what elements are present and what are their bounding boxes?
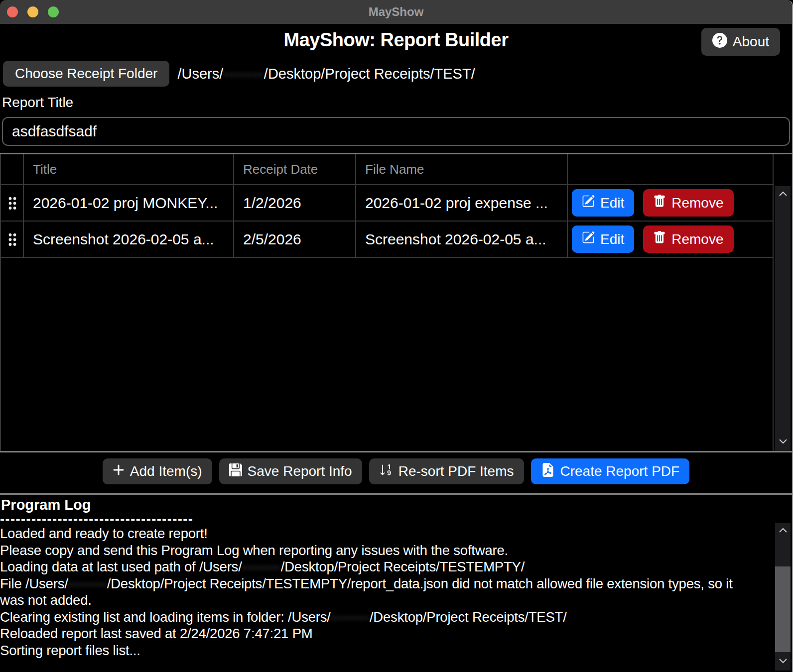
- create-report-pdf-label: Create Report PDF: [560, 463, 680, 479]
- save-report-info-label: Save Report Info: [248, 463, 352, 479]
- save-report-info-button[interactable]: Save Report Info: [219, 458, 362, 484]
- redacted-username: ·······: [331, 609, 370, 625]
- pdf-file-icon: [541, 463, 555, 480]
- remove-button[interactable]: Remove: [643, 189, 733, 217]
- program-log-panel: Program Log ----------------------------…: [0, 497, 792, 671]
- table-row: Screenshot 2026-02-05 a... 2/5/2026 Scre…: [1, 222, 773, 258]
- resort-pdf-items-label: Re-sort PDF Items: [398, 463, 514, 479]
- row-actions: Edit Remove: [568, 185, 773, 222]
- add-items-button[interactable]: Add Item(s): [103, 458, 212, 484]
- edit-label: Edit: [600, 231, 624, 247]
- app-window: MayShow MayShow: Report Builder About Ch…: [0, 0, 793, 672]
- redacted-username: ·······: [68, 576, 107, 591]
- traffic-lights: [7, 0, 59, 24]
- header-title: Title: [24, 154, 234, 185]
- grip-dots-icon: [8, 232, 16, 246]
- chevron-down-icon[interactable]: [778, 658, 788, 667]
- edit-button[interactable]: Edit: [572, 189, 634, 217]
- grip-dots-icon: [8, 196, 16, 210]
- plus-icon: [113, 463, 125, 479]
- table-scrollbar[interactable]: [775, 186, 791, 451]
- log-line: Loaded and ready to create report!: [0, 525, 756, 542]
- redacted-username: ·······: [223, 66, 264, 82]
- chevron-up-icon[interactable]: [778, 190, 788, 199]
- log-divider-dashes: -------------------------------------: [0, 513, 756, 525]
- remove-label: Remove: [671, 231, 723, 247]
- edit-label: Edit: [600, 195, 624, 211]
- table-row: 2026-01-02 proj MONKEY... 1/2/2026 2026-…: [1, 185, 773, 222]
- header-grip-column: [1, 154, 24, 185]
- question-circle-icon: [712, 33, 727, 51]
- log-line: File /Users/·······/Desktop/Project Rece…: [0, 575, 756, 609]
- log-line: Clearing existing list and loading items…: [0, 609, 756, 626]
- row-file-name: Screenshot 2026-02-05 a...: [356, 222, 568, 258]
- log-line: Please copy and send this Program Log wh…: [0, 542, 756, 559]
- pencil-square-icon: [582, 231, 595, 247]
- toolbar: Add Item(s) Save Report Info Re-sort PDF…: [0, 458, 792, 484]
- header: MayShow: Report Builder About: [0, 24, 792, 57]
- remove-button[interactable]: Remove: [643, 225, 733, 253]
- fullscreen-button[interactable]: [48, 6, 59, 17]
- row-title: 2026-01-02 proj MONKEY...: [24, 185, 234, 222]
- report-title-input[interactable]: [2, 117, 790, 146]
- about-button[interactable]: About: [701, 28, 780, 56]
- path-suffix: /Desktop/Project Receipts/TEST/: [264, 66, 475, 82]
- row-actions: Edit Remove: [568, 222, 773, 258]
- drag-handle[interactable]: [1, 185, 24, 222]
- log-line: Reloaded report last saved at 2/24/2026 …: [0, 625, 756, 642]
- report-items-table: Title Receipt Date File Name 2026-01-02 …: [0, 153, 792, 452]
- table-header-row: Title Receipt Date File Name: [1, 154, 773, 185]
- program-log-text: ------------------------------------- Lo…: [0, 513, 792, 659]
- row-receipt-date: 2/5/2026: [234, 222, 356, 258]
- sort-numeric-down-icon: [379, 463, 393, 480]
- receipt-folder-path: /Users/·······/Desktop/Project Receipts/…: [177, 66, 475, 82]
- path-prefix: /Users/: [177, 66, 223, 82]
- header-receipt-date: Receipt Date: [234, 154, 356, 185]
- remove-label: Remove: [671, 195, 723, 211]
- report-title-label: Report Title: [2, 95, 792, 111]
- page-title: MayShow: Report Builder: [0, 24, 792, 56]
- log-splitter[interactable]: [0, 493, 792, 495]
- scrollbar-thumb[interactable]: [775, 566, 791, 652]
- window-title: MayShow: [369, 5, 424, 19]
- drag-handle[interactable]: [1, 222, 24, 258]
- row-receipt-date: 1/2/2026: [234, 185, 356, 222]
- minimize-button[interactable]: [27, 6, 38, 17]
- log-line: Loading data at last used path of /Users…: [0, 559, 756, 575]
- chevron-down-icon[interactable]: [778, 438, 788, 447]
- chevron-up-icon[interactable]: [778, 527, 788, 536]
- program-log-heading: Program Log: [1, 497, 792, 513]
- header-actions: [568, 154, 773, 185]
- floppy-save-icon: [229, 463, 242, 480]
- log-scrollbar[interactable]: [775, 523, 791, 671]
- folder-row: Choose Receipt Folder /Users/·······/Des…: [3, 61, 792, 87]
- add-items-label: Add Item(s): [130, 463, 202, 479]
- close-button[interactable]: [7, 6, 18, 17]
- row-title: Screenshot 2026-02-05 a...: [24, 222, 234, 258]
- row-file-name: 2026-01-02 proj expense ...: [356, 185, 568, 222]
- header-file-name: File Name: [356, 154, 568, 185]
- trash-icon: [653, 195, 666, 211]
- create-report-pdf-button[interactable]: Create Report PDF: [531, 458, 690, 484]
- pencil-square-icon: [582, 195, 595, 211]
- titlebar: MayShow: [0, 0, 792, 24]
- log-line: Sorting report files list...: [0, 642, 756, 659]
- resort-pdf-items-button[interactable]: Re-sort PDF Items: [369, 458, 524, 484]
- table-main: Title Receipt Date File Name 2026-01-02 …: [0, 154, 774, 451]
- choose-receipt-folder-button[interactable]: Choose Receipt Folder: [3, 61, 169, 87]
- redacted-username: ·······: [242, 559, 281, 574]
- about-label: About: [733, 34, 769, 50]
- edit-button[interactable]: Edit: [572, 225, 634, 253]
- trash-icon: [653, 231, 666, 247]
